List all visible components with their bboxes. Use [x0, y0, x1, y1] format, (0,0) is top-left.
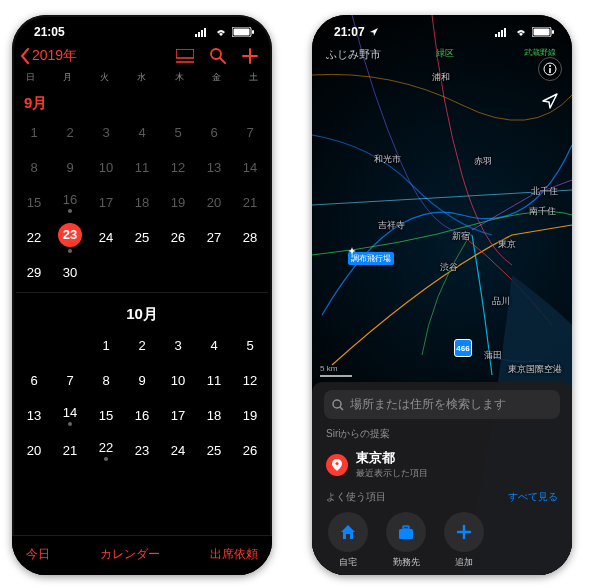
- battery-icon: [232, 27, 254, 37]
- see-all-link[interactable]: すべて見る: [508, 490, 558, 504]
- location-arrow-icon: [369, 27, 379, 37]
- calendar-day[interactable]: 25: [124, 220, 160, 255]
- calendar-day[interactable]: 29: [16, 255, 52, 290]
- favorite-work[interactable]: 勤務先: [386, 512, 426, 569]
- locate-me-button[interactable]: [538, 89, 562, 113]
- list-view-icon[interactable]: [176, 49, 194, 63]
- calendar-day[interactable]: 28: [232, 220, 268, 255]
- calendar-day[interactable]: 15: [88, 398, 124, 433]
- calendar-day[interactable]: 11: [124, 150, 160, 185]
- svg-rect-14: [498, 32, 500, 37]
- svg-line-24: [340, 407, 343, 410]
- favorite-add[interactable]: 追加: [444, 512, 484, 569]
- calendar-day[interactable]: 4: [196, 328, 232, 363]
- inbox-button[interactable]: 出席依頼: [210, 546, 258, 563]
- favorite-label: 自宅: [339, 556, 357, 569]
- calendar-day[interactable]: 3: [88, 115, 124, 150]
- calendar-week: 13141516171819: [16, 398, 268, 433]
- calendar-day[interactable]: 19: [160, 185, 196, 220]
- status-time: 21:05: [34, 25, 65, 39]
- bottom-sheet[interactable]: 場所または住所を検索します Siriからの提案 東京都 最近表示した項目 よく使…: [312, 382, 572, 575]
- svg-rect-2: [201, 30, 203, 37]
- calendar-day[interactable]: 11: [196, 363, 232, 398]
- calendar-day[interactable]: 5: [160, 115, 196, 150]
- calendar-day[interactable]: 26: [160, 220, 196, 255]
- calendar-day[interactable]: 6: [196, 115, 232, 150]
- location-icon: [541, 92, 559, 110]
- calendar-day[interactable]: 19: [232, 398, 268, 433]
- calendar-day[interactable]: 21: [52, 433, 88, 468]
- calendar-day[interactable]: 14: [232, 150, 268, 185]
- calendar-day[interactable]: 7: [52, 363, 88, 398]
- svg-rect-7: [176, 49, 194, 58]
- calendar-day[interactable]: 18: [124, 185, 160, 220]
- calendar-day[interactable]: 27: [196, 220, 232, 255]
- calendar-day[interactable]: 25: [196, 433, 232, 468]
- calendar-day[interactable]: 13: [196, 150, 232, 185]
- svg-rect-27: [403, 526, 409, 529]
- status-bar: 21:05: [12, 15, 272, 43]
- calendar-day[interactable]: 22: [16, 220, 52, 255]
- highway-badge: 466: [454, 339, 472, 357]
- calendar-day[interactable]: 10: [88, 150, 124, 185]
- calendar-day[interactable]: 16: [52, 185, 88, 220]
- calendar-day[interactable]: 16: [124, 398, 160, 433]
- back-button[interactable]: 2019年: [20, 47, 77, 65]
- calendar-day[interactable]: 14: [52, 398, 88, 433]
- label-kichijoji: 吉祥寺: [378, 219, 405, 232]
- label-tokyo: 東京: [498, 238, 516, 251]
- calendar-day[interactable]: 6: [16, 363, 52, 398]
- calendar-day[interactable]: 9: [52, 150, 88, 185]
- calendar-day[interactable]: 13: [16, 398, 52, 433]
- calendar-day[interactable]: 20: [16, 433, 52, 468]
- calendar-grid[interactable]: 9月 1234567891011121314151617181920212223…: [12, 88, 272, 468]
- calendar-day[interactable]: 17: [160, 398, 196, 433]
- search-input[interactable]: 場所または住所を検索します: [324, 390, 560, 419]
- calendar-day[interactable]: 7: [232, 115, 268, 150]
- calendar-day[interactable]: 12: [232, 363, 268, 398]
- weekday: 水: [123, 71, 160, 84]
- favorite-home[interactable]: 自宅: [328, 512, 368, 569]
- calendar-day[interactable]: 10: [160, 363, 196, 398]
- calendar-day[interactable]: 1: [16, 115, 52, 150]
- calendar-day[interactable]: 20: [196, 185, 232, 220]
- calendar-day[interactable]: 24: [160, 433, 196, 468]
- calendar-day[interactable]: 5: [232, 328, 268, 363]
- calendar-day[interactable]: 23: [124, 433, 160, 468]
- calendar-day[interactable]: 30: [52, 255, 88, 290]
- calendar-day[interactable]: 2: [124, 328, 160, 363]
- calendar-day[interactable]: 12: [160, 150, 196, 185]
- calendar-day[interactable]: 8: [88, 363, 124, 398]
- calendar-day[interactable]: 22: [88, 433, 124, 468]
- calendar-day[interactable]: 26: [232, 433, 268, 468]
- add-event-icon[interactable]: [242, 48, 258, 64]
- calendar-day[interactable]: 24: [88, 220, 124, 255]
- label-haneda: 東京国際空港: [508, 363, 562, 376]
- event-dot: [68, 249, 72, 253]
- siri-suggestion-item[interactable]: 東京都 最近表示した項目: [324, 445, 560, 488]
- calendar-day[interactable]: 18: [196, 398, 232, 433]
- calendar-day[interactable]: 15: [16, 185, 52, 220]
- label-shinjuku: 新宿: [452, 230, 470, 243]
- calendar-day[interactable]: 8: [16, 150, 52, 185]
- info-button[interactable]: [538, 57, 562, 81]
- calendar-day[interactable]: 9: [124, 363, 160, 398]
- calendar-day[interactable]: 2: [52, 115, 88, 150]
- calendar-day[interactable]: 3: [160, 328, 196, 363]
- calendar-day[interactable]: 21: [232, 185, 268, 220]
- svg-point-23: [333, 400, 341, 408]
- today-button[interactable]: 今日: [26, 546, 50, 563]
- calendar-day[interactable]: 1: [88, 328, 124, 363]
- svg-rect-26: [399, 529, 413, 539]
- calendars-button[interactable]: カレンダー: [100, 546, 160, 563]
- calendar-day[interactable]: 4: [124, 115, 160, 150]
- search-icon[interactable]: [210, 48, 226, 64]
- top-locality-label: ふじみ野市: [326, 47, 381, 62]
- calendar-day[interactable]: 23: [52, 220, 88, 255]
- cellular-icon: [195, 27, 210, 37]
- battery-icon: [532, 27, 554, 37]
- wifi-icon: [514, 27, 528, 37]
- chofu-airport-badge[interactable]: 調布飛行場: [348, 247, 394, 265]
- status-time: 21:07: [334, 25, 365, 39]
- calendar-day[interactable]: 17: [88, 185, 124, 220]
